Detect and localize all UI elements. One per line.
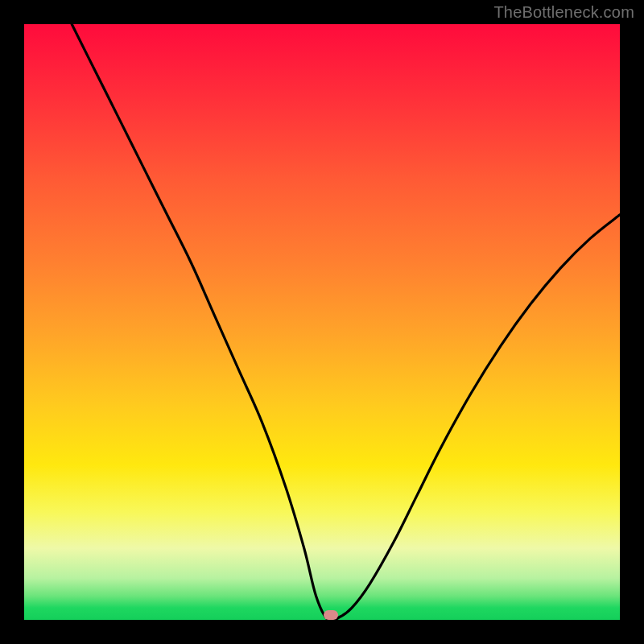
minimum-marker	[324, 610, 338, 620]
chart-frame: TheBottleneck.com	[0, 0, 644, 644]
curve-path	[72, 24, 620, 620]
bottleneck-curve	[24, 24, 620, 620]
plot-area	[24, 24, 620, 620]
watermark-text: TheBottleneck.com	[493, 3, 634, 22]
